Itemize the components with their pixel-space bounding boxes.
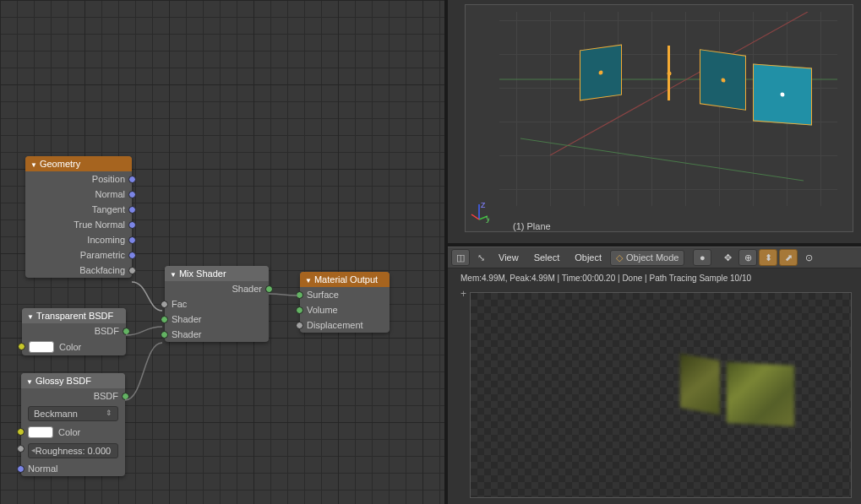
socket-icon[interactable] xyxy=(17,445,25,453)
socket-icon[interactable] xyxy=(128,221,136,229)
socket-icon[interactable] xyxy=(128,191,136,198)
socket-icon[interactable] xyxy=(265,285,273,293)
shading-icon[interactable]: ● xyxy=(693,249,711,266)
expand-icon[interactable]: ⤡ xyxy=(471,249,490,266)
output-truenormal[interactable]: True Normal xyxy=(25,217,132,232)
svg-text:y: y xyxy=(486,213,489,223)
distribution-dropdown[interactable]: Beckmann xyxy=(21,404,125,424)
output-position[interactable]: Position xyxy=(25,171,132,187)
svg-line-5 xyxy=(471,214,479,219)
output-shader[interactable]: Shader xyxy=(165,281,269,296)
output-parametric[interactable]: Parametric xyxy=(25,247,132,263)
socket-icon[interactable] xyxy=(128,206,136,214)
input-roughness[interactable]: Roughness: 0.000 xyxy=(21,441,125,461)
output-incoming[interactable]: Incoming xyxy=(25,232,132,247)
color-swatch[interactable] xyxy=(28,426,53,438)
svg-text:z: z xyxy=(481,203,486,209)
node-mix-shader[interactable]: Mix Shader Shader Fac Shader Shader xyxy=(165,266,269,342)
input-displacement[interactable]: Displacement xyxy=(300,317,390,333)
node-material-output[interactable]: Material Output Surface Volume Displacem… xyxy=(300,272,390,333)
snap-icon[interactable]: ⊙ xyxy=(799,249,818,266)
output-tangent[interactable]: Tangent xyxy=(25,202,132,217)
output-backfacing[interactable]: Backfacing xyxy=(25,263,132,278)
node-transparent[interactable]: Transparent BSDF BSDF Color xyxy=(22,308,126,355)
node-glossy[interactable]: Glossy BSDF BSDF Beckmann Color Roughnes… xyxy=(21,373,125,476)
input-shader2[interactable]: Shader xyxy=(165,327,269,342)
plane-object[interactable] xyxy=(668,46,670,100)
socket-icon[interactable] xyxy=(296,291,303,299)
rendered-plane xyxy=(727,362,794,426)
input-fac[interactable]: Fac xyxy=(165,296,269,312)
input-color[interactable]: Color xyxy=(22,339,126,355)
input-normal[interactable]: Normal xyxy=(21,461,125,476)
rendered-plane xyxy=(680,354,720,415)
socket-icon[interactable] xyxy=(18,343,25,350)
socket-icon[interactable] xyxy=(128,267,136,274)
viewport-3d[interactable] xyxy=(465,4,853,232)
node-geometry[interactable]: Geometry Position Normal Tangent True No… xyxy=(25,156,132,278)
viewport-header: ◫ ⤡ View Select Object ◇Object Mode ● ✥ … xyxy=(448,247,861,268)
render-status: Mem:4.99M, Peak:4.99M | Time:00:00.20 | … xyxy=(460,274,751,283)
socket-icon[interactable] xyxy=(161,316,168,323)
socket-icon[interactable] xyxy=(123,328,130,335)
object-menu[interactable]: Object xyxy=(568,250,608,265)
mode-dropdown[interactable]: ◇Object Mode xyxy=(610,250,684,266)
output-normal[interactable]: Normal xyxy=(25,187,132,202)
socket-icon[interactable] xyxy=(296,306,303,314)
socket-icon[interactable] xyxy=(296,322,303,329)
input-surface[interactable]: Surface xyxy=(300,287,390,302)
input-color[interactable]: Color xyxy=(21,424,125,441)
output-bsdf[interactable]: BSDF xyxy=(21,388,125,404)
object-name-label: (1) Plane xyxy=(513,221,551,231)
node-header[interactable]: Glossy BSDF xyxy=(21,373,125,388)
node-header[interactable]: Mix Shader xyxy=(165,266,269,281)
socket-icon[interactable] xyxy=(128,176,136,183)
socket-icon[interactable] xyxy=(161,301,168,308)
socket-icon[interactable] xyxy=(17,428,25,436)
select-menu[interactable]: Select xyxy=(527,250,567,265)
svg-line-2 xyxy=(520,138,804,181)
node-header[interactable]: Geometry xyxy=(25,156,132,171)
socket-icon[interactable] xyxy=(17,465,25,473)
editor-type-icon[interactable]: ◫ xyxy=(451,249,470,266)
node-header[interactable]: Transparent BSDF xyxy=(22,308,126,323)
input-shader1[interactable]: Shader xyxy=(165,312,269,327)
input-volume[interactable]: Volume xyxy=(300,302,390,317)
socket-icon[interactable] xyxy=(128,252,136,259)
plane-object[interactable] xyxy=(753,64,812,126)
socket-icon[interactable] xyxy=(122,393,129,400)
socket-icon[interactable] xyxy=(161,331,168,339)
viewport-grid[interactable] xyxy=(499,12,837,206)
layers-icon[interactable]: ⬍ xyxy=(759,249,777,266)
output-bsdf[interactable]: BSDF xyxy=(22,323,126,339)
plane-object[interactable] xyxy=(580,44,622,100)
view-menu[interactable]: View xyxy=(492,250,526,265)
manipulator-icon[interactable]: ⊕ xyxy=(738,249,757,266)
color-swatch[interactable] xyxy=(29,341,54,353)
render-result[interactable] xyxy=(470,292,852,498)
axis-gizmo-icon: zy xyxy=(469,203,489,223)
node-header[interactable]: Material Output xyxy=(300,272,390,287)
pivot-icon[interactable]: ✥ xyxy=(718,249,737,266)
socket-icon[interactable] xyxy=(128,236,136,244)
node-editor[interactable]: Geometry Position Normal Tangent True No… xyxy=(0,0,444,504)
plane-object[interactable] xyxy=(700,49,746,111)
add-slot-icon[interactable]: + xyxy=(460,288,466,300)
transform-icon[interactable]: ⬈ xyxy=(779,249,798,266)
